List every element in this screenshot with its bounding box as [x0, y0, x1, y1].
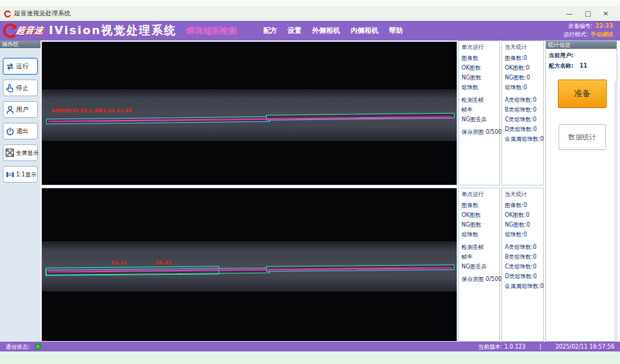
stat-label: NG图数: [462, 220, 499, 230]
stop-button[interactable]: 停止: [3, 79, 38, 96]
stat-row: B类熔珠数:0: [505, 252, 543, 262]
stat-label: 帧率: [462, 252, 499, 262]
save-original-count: 0/500: [486, 129, 502, 135]
exit-button[interactable]: 退出: [3, 123, 38, 139]
comm-status: 通信状态:: [6, 343, 40, 351]
measurement-annotation: 56.43: [156, 260, 171, 266]
single-run-stats: 单次运行 图像数 OK图数 NG图数 熔珠数 检测丢帧 帧率 NG图丢弃 保存原…: [458, 40, 500, 185]
info-panel: 统计信息 当前用户: 配方名称: 11 准备 数据统计: [545, 40, 617, 342]
device-number-label: 设备编号:: [568, 23, 593, 29]
save-original-row: 保存原图 0/500: [462, 275, 499, 285]
single-run-stats: 单次运行 图像数 OK图数 NG图数 熔珠数 检测丢帧 帧率 NG图丢弃 保存原…: [458, 188, 500, 342]
prepare-button[interactable]: 准备: [558, 79, 607, 108]
stat-row: 熔珠数:0: [505, 230, 543, 240]
stat-label: 帧率: [462, 105, 499, 115]
os-titlebar[interactable]: 超音速视觉处理系统 — □ ✕: [0, 6, 620, 21]
panel-title: 单次运行: [462, 43, 499, 51]
version-label: 当前版本:: [478, 344, 503, 350]
stat-row: C类熔珠数:0: [505, 115, 543, 125]
stop-button-label: 停止: [16, 84, 29, 93]
one-to-one-button-label: 1:1显示: [16, 171, 36, 179]
run-mode-value: 手动调试: [591, 31, 613, 38]
stat-row: 金属屑熔珠数:0: [505, 282, 543, 291]
stat-label: NG图数: [462, 73, 499, 83]
stat-label: OK图数: [462, 63, 499, 73]
minimize-button[interactable]: —: [566, 10, 573, 17]
version-value: 1.0.123: [504, 344, 526, 350]
stat-row: 图像数:0: [505, 54, 543, 63]
stop-hand-icon: [5, 84, 15, 93]
menu-item-help[interactable]: 帮助: [389, 26, 403, 36]
one-to-one-button[interactable]: 1:1显示: [3, 166, 38, 183]
power-icon: [5, 127, 15, 136]
separator: |: [540, 344, 542, 350]
brand: 超音速 IVision视觉处理系统 熔珠端面检测: [0, 23, 237, 38]
run-button-label: 运行: [16, 62, 29, 71]
daily-stats: 当天统计 图像数:0 OK图数:0 NG图数:0 熔珠数:0 A类熔珠数:0 B…: [501, 40, 544, 185]
app-title: IVision视觉处理系统: [49, 24, 177, 38]
user-button-label: 用户: [16, 105, 29, 114]
stat-row: OK图数:0: [505, 211, 543, 220]
comm-status-label: 通信状态:: [6, 343, 30, 351]
close-button[interactable]: ✕: [603, 10, 609, 17]
save-original-label: 保存原图: [462, 276, 484, 282]
comm-status-indicator: [35, 344, 40, 349]
current-user-row: 当前用户:: [546, 49, 617, 59]
menu-item-recipe[interactable]: 配方: [263, 26, 277, 36]
run-mode-row: 运行模式:手动调试: [563, 31, 613, 39]
stat-row: OK图数:0: [505, 63, 543, 73]
stats-panel-bottom: 单次运行 图像数 OK图数 NG图数 熔珠数 检测丢帧 帧率 NG图丢弃 保存原…: [458, 188, 544, 342]
stat-label: 图像数: [462, 201, 499, 211]
menu-item-inner-camera[interactable]: 内侧相机: [350, 26, 378, 36]
panel-title: 当天统计: [505, 190, 543, 198]
stat-row: B类熔珠数:0: [505, 105, 543, 115]
sidebar-title: 操作区: [0, 40, 40, 48]
stat-label: 熔珠数: [462, 230, 499, 240]
statistics-column: 单次运行 图像数 OK图数 NG图数 熔珠数 检测丢帧 帧率 NG图丢弃 保存原…: [458, 40, 544, 342]
maximize-button[interactable]: □: [584, 10, 591, 17]
save-original-count: 0/500: [486, 276, 502, 282]
measurement-annotation: 31.53 41.49: [99, 108, 132, 114]
stat-row: C类熔珠数:0: [505, 262, 543, 272]
stat-row: D类熔珠数:0: [505, 272, 543, 282]
exit-button-label: 退出: [16, 127, 29, 136]
run-mode-label: 运行模式:: [563, 31, 588, 38]
fullscreen-button[interactable]: 全屏显示: [3, 144, 38, 161]
stat-row: 金属屑熔珠数:0: [505, 135, 543, 144]
data-statistics-button[interactable]: 数据统计: [559, 124, 606, 150]
main-area: 操作区 运行 停止 用户: [0, 40, 617, 342]
menu-item-settings[interactable]: 设置: [288, 26, 302, 36]
device-number-value: 22-33: [595, 23, 613, 29]
menu-item-outer-camera[interactable]: 外侧相机: [312, 26, 340, 36]
current-user-label: 当前用户:: [549, 52, 573, 59]
run-arrows-icon: [5, 62, 15, 71]
stat-row: 熔珠数:0: [505, 83, 543, 93]
measurement-annotation: 53.11: [111, 260, 126, 266]
stat-label: 检测丢帧: [462, 96, 499, 105]
measurement-annotation: 44808539.83 1.49: [51, 108, 101, 114]
app-header: 超音速 IVision视觉处理系统 熔珠端面检测 配方 设置 外侧相机 内侧相机…: [0, 21, 620, 40]
desktop-strip: [0, 351, 620, 364]
stat-label: 检测丢帧: [462, 243, 499, 252]
camera-views: 44808539.83 1.49 31.53 41.49 53.11 56.43: [41, 40, 457, 342]
status-bar-right: 当前版本: 1.0.123 | 2025/02/11 16:57:56: [478, 343, 614, 351]
run-button[interactable]: 运行: [3, 58, 38, 75]
device-number-row: 设备编号:22-33: [563, 22, 613, 31]
stats-panel-top: 单次运行 图像数 OK图数 NG图数 熔珠数 检测丢帧 帧率 NG图丢弃 保存原…: [458, 40, 544, 185]
stat-label: OK图数: [462, 211, 499, 220]
recipe-name-label: 配方名称:: [549, 63, 573, 69]
fullscreen-button-label: 全屏显示: [16, 149, 38, 157]
one-to-one-icon: [5, 170, 15, 179]
user-button[interactable]: 用户: [3, 101, 38, 118]
stat-label: 熔珠数: [462, 83, 499, 93]
stat-row: D类熔珠数:0: [505, 125, 543, 135]
panel-title: 单次运行: [462, 190, 499, 198]
window-controls: — □ ✕: [566, 10, 609, 17]
version-row: 当前版本: 1.0.123: [478, 343, 526, 351]
stat-row: NG图数:0: [505, 220, 543, 230]
recipe-name-row: 配方名称: 11: [546, 59, 617, 70]
application-window: 超音速视觉处理系统 — □ ✕ 超音速 IVision视觉处理系统 熔珠端面检测…: [0, 0, 620, 364]
stat-row: A类熔珠数:0: [505, 96, 543, 105]
camera-view-top: 44808539.83 1.49 31.53 41.49: [41, 41, 457, 185]
save-original-row: 保存原图 0/500: [462, 128, 499, 137]
